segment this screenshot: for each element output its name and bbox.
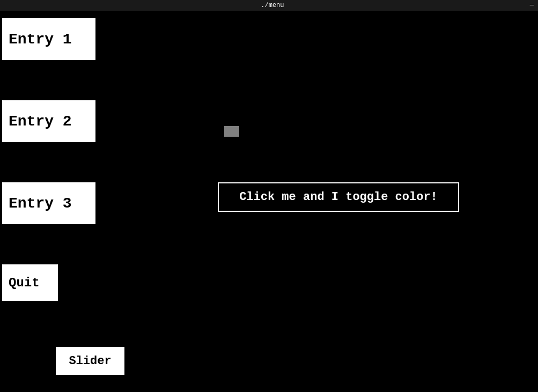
main-area: Entry 1 Entry 2 Entry 3 Quit Slider Clic…	[0, 11, 538, 392]
close-button[interactable]: —	[530, 2, 534, 9]
window-title: ./menu	[15, 2, 530, 9]
cursor-indicator	[224, 126, 239, 137]
quit-button[interactable]: Quit	[2, 264, 58, 301]
entry2-button[interactable]: Entry 2	[2, 100, 95, 142]
entry3-button[interactable]: Entry 3	[2, 182, 95, 224]
slider-button[interactable]: Slider	[56, 347, 124, 375]
entry1-button[interactable]: Entry 1	[2, 18, 95, 60]
title-bar: ./menu —	[0, 0, 538, 11]
toggle-color-button[interactable]: Click me and I toggle color!	[218, 182, 459, 212]
